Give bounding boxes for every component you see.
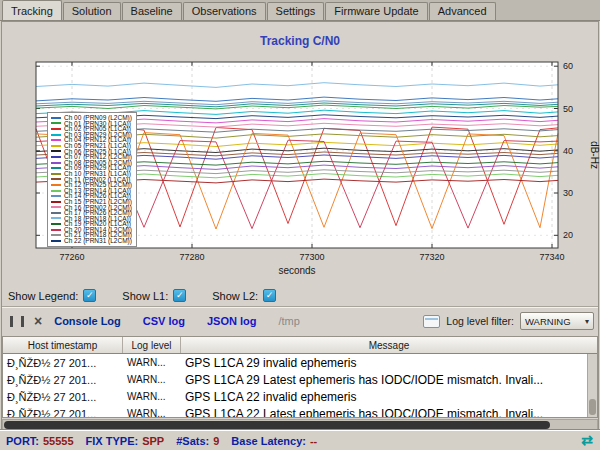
clear-icon[interactable]: × bbox=[34, 314, 42, 328]
show-legend-label: Show Legend: bbox=[8, 290, 78, 302]
vertical-scrollbar[interactable] bbox=[587, 354, 597, 417]
svg-text:dB-Hz: dB-Hz bbox=[589, 141, 600, 169]
cell-lvl: WARN... bbox=[123, 371, 181, 388]
legend-swatch bbox=[51, 167, 61, 169]
legend-swatch bbox=[51, 134, 61, 136]
legend-swatch bbox=[51, 156, 61, 158]
legend-swatch bbox=[51, 162, 61, 164]
tab-firmware-update[interactable]: Firmware Update bbox=[325, 2, 427, 20]
port-label: PORT: bbox=[6, 435, 39, 447]
chart-title: Tracking C/N0 bbox=[0, 34, 600, 48]
log-table-header: Host timestamp Log level Message bbox=[3, 337, 597, 354]
cell-msg: GPS L1CA 29 invalid ephemeris bbox=[181, 354, 597, 371]
legend-swatch bbox=[51, 195, 61, 197]
tab-bar: TrackingSolutionBaselineObservationsSett… bbox=[0, 0, 600, 21]
svg-text:seconds: seconds bbox=[278, 265, 315, 276]
horizontal-scrollbar-thumb[interactable] bbox=[4, 421, 550, 429]
log-filter-icon bbox=[423, 315, 440, 328]
svg-text:60: 60 bbox=[563, 61, 573, 71]
cell-ts: Ð¸ÑŽÐ½ 27 201... bbox=[3, 405, 123, 418]
csv-log-link[interactable]: CSV log bbox=[143, 315, 185, 327]
cell-ts: Ð¸ÑŽÐ½ 27 201... bbox=[3, 371, 123, 388]
console-log-title: Console Log bbox=[54, 315, 121, 327]
svg-text:77260: 77260 bbox=[59, 252, 84, 262]
legend-swatch bbox=[51, 240, 61, 242]
column-header-message[interactable]: Message bbox=[181, 337, 597, 353]
fix-type-label: FIX TYPE: bbox=[86, 435, 139, 447]
svg-text:77320: 77320 bbox=[419, 252, 444, 262]
svg-text:77340: 77340 bbox=[539, 252, 564, 262]
svg-text:20: 20 bbox=[563, 230, 573, 240]
cell-msg: GPS L1CA 29 Latest ephemeris has IODC/IO… bbox=[181, 371, 597, 388]
table-row[interactable]: Ð¸ÑŽÐ½ 27 201...WARN...GPS L1CA 29 inval… bbox=[3, 354, 597, 371]
legend-swatch bbox=[51, 190, 61, 192]
tab-baseline[interactable]: Baseline bbox=[122, 2, 182, 20]
log-level-filter-value: WARNING bbox=[525, 316, 585, 327]
legend-swatch bbox=[51, 212, 61, 214]
cell-ts: Ð¸ÑŽÐ½ 27 201... bbox=[3, 388, 123, 405]
svg-text:77280: 77280 bbox=[179, 252, 204, 262]
column-header-host-timestamp[interactable]: Host timestamp bbox=[3, 337, 123, 353]
legend-swatch bbox=[51, 128, 61, 130]
log-table-body: Ð¸ÑŽÐ½ 27 201...WARN...GPS L1CA 29 inval… bbox=[3, 354, 597, 418]
check-icon: ✓ bbox=[86, 291, 94, 300]
legend-swatch bbox=[51, 234, 61, 236]
legend-swatch bbox=[51, 122, 61, 124]
sats-label: #Sats: bbox=[176, 435, 209, 447]
legend-entry: Ch 22 (PRN31 (L2CM)) bbox=[51, 238, 132, 244]
chart-legend: Ch 00 (PRN09 (L2CM))Ch 01 (PRN30 (L1CA))… bbox=[47, 112, 137, 247]
log-level-filter-dropdown[interactable]: WARNING ▾ bbox=[520, 312, 594, 330]
tab-advanced[interactable]: Advanced bbox=[429, 2, 496, 20]
cell-msg: GPS L1CA 22 Latest ephemeris has IODC/IO… bbox=[181, 405, 597, 418]
log-level-filter-label: Log level filter: bbox=[446, 315, 514, 327]
pause-icon[interactable] bbox=[10, 316, 24, 327]
column-header-log-level[interactable]: Log level bbox=[123, 337, 181, 353]
table-row[interactable]: Ð¸ÑŽÐ½ 27 201...WARN...GPS L1CA 29 Lates… bbox=[3, 371, 597, 388]
table-row[interactable]: Ð¸ÑŽÐ½ 27 201...WARN...GPS L1CA 22 inval… bbox=[3, 388, 597, 405]
legend-swatch bbox=[51, 150, 61, 152]
fix-type-value: SPP bbox=[142, 435, 164, 447]
legend-swatch bbox=[51, 145, 61, 147]
cell-lvl: WARN... bbox=[123, 388, 181, 405]
chart-controls: Show Legend: ✓ Show L1: ✓ Show L2: ✓ bbox=[8, 289, 302, 302]
cell-ts: Ð¸ÑŽÐ½ 27 201... bbox=[3, 354, 123, 371]
check-icon: ✓ bbox=[176, 291, 184, 300]
log-directory-path: /tmp bbox=[278, 315, 299, 327]
legend-swatch bbox=[51, 229, 61, 231]
console-toolbar: × Console Log CSV log JSON log /tmp Log … bbox=[6, 309, 594, 333]
show-l2-label: Show L2: bbox=[212, 290, 258, 302]
tab-observations[interactable]: Observations bbox=[183, 2, 266, 20]
tab-tracking[interactable]: Tracking bbox=[2, 0, 62, 20]
tab-solution[interactable]: Solution bbox=[63, 2, 121, 20]
show-l1-checkbox[interactable]: ✓ bbox=[173, 289, 186, 302]
legend-swatch bbox=[51, 206, 61, 208]
legend-swatch bbox=[51, 223, 61, 225]
svg-text:77300: 77300 bbox=[299, 252, 324, 262]
legend-swatch bbox=[51, 139, 61, 141]
table-row[interactable]: Ð¸ÑŽÐ½ 27 201...WARN...GPS L1CA 22 Lates… bbox=[3, 405, 597, 418]
svg-text:50: 50 bbox=[563, 104, 573, 114]
svg-text:30: 30 bbox=[563, 188, 573, 198]
tab-settings[interactable]: Settings bbox=[267, 2, 325, 20]
json-log-link[interactable]: JSON log bbox=[207, 315, 257, 327]
cell-msg: GPS L1CA 22 invalid ephemeris bbox=[181, 388, 597, 405]
cell-lvl: WARN... bbox=[123, 405, 181, 418]
check-icon: ✓ bbox=[266, 291, 274, 300]
legend-swatch bbox=[51, 117, 61, 119]
show-l2-checkbox[interactable]: ✓ bbox=[263, 289, 276, 302]
base-latency-value: -- bbox=[310, 435, 317, 447]
section-divider bbox=[2, 306, 598, 308]
status-bar: PORT: 55555 FIX TYPE: SPP #Sats: 9 Base … bbox=[0, 430, 600, 450]
svg-text:40: 40 bbox=[563, 146, 573, 156]
cell-lvl: WARN... bbox=[123, 354, 181, 371]
base-latency-label: Base Latency: bbox=[231, 435, 306, 447]
legend-swatch bbox=[51, 217, 61, 219]
vertical-scrollbar-thumb[interactable] bbox=[589, 399, 596, 415]
refresh-icon[interactable]: ⇄ bbox=[581, 432, 593, 448]
show-legend-checkbox[interactable]: ✓ bbox=[83, 289, 96, 302]
legend-swatch bbox=[51, 173, 61, 175]
port-value: 55555 bbox=[43, 435, 74, 447]
legend-swatch bbox=[51, 184, 61, 186]
show-l1-label: Show L1: bbox=[122, 290, 168, 302]
legend-label: Ch 22 (PRN31 (L2CM)) bbox=[64, 238, 132, 244]
